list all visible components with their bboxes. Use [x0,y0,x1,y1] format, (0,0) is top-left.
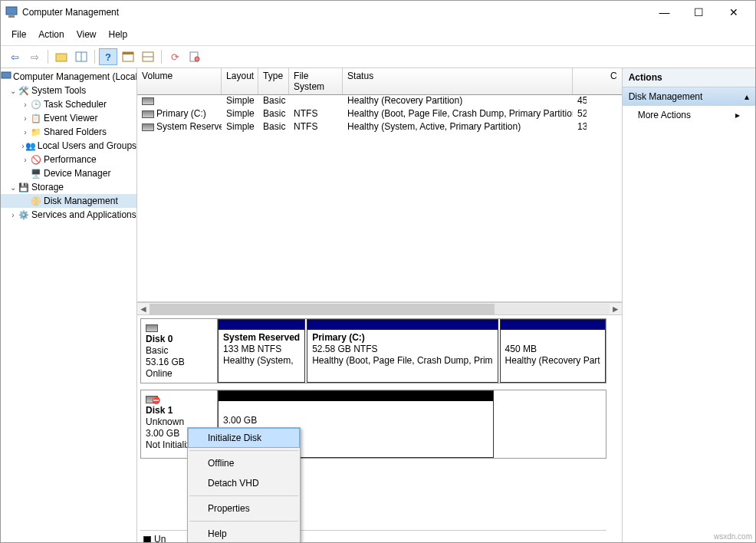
tree-root[interactable]: Computer Management (Local [1,70,136,84]
app-icon [5,6,18,18]
menu-action[interactable]: Action [34,27,68,42]
svg-rect-11 [2,72,11,78]
tree-services-apps[interactable]: ›⚙️Services and Applications [1,208,136,222]
tree-performance[interactable]: ›🚫Performance [1,153,136,166]
view-columns-button[interactable] [119,48,137,65]
actions-more-actions[interactable]: More Actions▸ [623,106,755,124]
ctx-offline[interactable]: Offline [188,453,300,473]
volume-row[interactable]: Primary (C:)SimpleBasicNTFSHealthy (Boot… [137,108,622,121]
col-capacity[interactable]: C [573,68,622,94]
maximize-button[interactable]: ☐ [682,2,716,23]
disk-icon [146,324,158,332]
horizontal-scrollbar[interactable]: ◄ ► [137,302,622,315]
disk-row-0[interactable]: Disk 0 Basic 53.16 GB Online System Rese… [140,318,606,383]
volume-table-header: Volume Layout Type File System Status C [137,68,622,95]
legend-unallocated: Un [154,534,166,543]
menu-bar: File Action View Help [1,24,755,46]
tree-shared-folders[interactable]: ›📁Shared Folders [1,125,136,139]
svg-rect-6 [123,52,133,54]
tree-event-viewer[interactable]: ›📋Event Viewer [1,111,136,125]
menu-file[interactable]: File [7,27,31,42]
ctx-properties[interactable]: Properties [188,499,300,518]
actions-pane: Actions Disk Management▴ More Actions▸ [623,68,755,543]
ctx-help[interactable]: Help [188,524,300,543]
window-title: Computer Management [22,7,647,18]
back-button[interactable]: ⇦ [5,48,24,65]
close-button[interactable]: ✕ [716,2,751,23]
volume-table: SimpleBasicHealthy (Recovery Partition)4… [137,95,622,302]
context-menu: Initialize Disk Offline Detach VHD Prope… [187,427,301,543]
ctx-initialize-disk[interactable]: Initialize Disk [188,428,300,448]
tree-system-tools[interactable]: ⌄🛠️System Tools [1,84,136,97]
chevron-right-icon: ▸ [735,110,740,120]
tree-disk-management[interactable]: 📀Disk Management [1,194,136,208]
svg-rect-1 [8,15,15,18]
forward-button[interactable]: ⇨ [25,48,44,65]
col-filesystem[interactable]: File System [289,68,343,94]
menu-help[interactable]: Help [104,27,133,42]
ctx-detach-vhd[interactable]: Detach VHD [188,473,300,493]
scroll-right-icon[interactable]: ► [611,304,620,314]
show-hide-button[interactable] [72,48,90,65]
toolbar: ⇦ ⇨ ? ⟳ [1,46,755,68]
tree-local-users[interactable]: ›👥Local Users and Groups [1,139,136,153]
actions-header: Actions [623,68,755,87]
minimize-button[interactable]: — [647,2,682,23]
col-status[interactable]: Status [343,68,573,94]
volume-row[interactable]: SimpleBasicHealthy (Recovery Partition)4… [137,95,622,108]
collapse-icon: ▴ [744,91,749,102]
menu-view[interactable]: View [72,27,101,42]
svg-rect-2 [56,54,67,61]
partition-recovery[interactable]: 450 MBHealthy (Recovery Part [500,319,606,383]
watermark: wsxdn.com [714,532,752,541]
partition-system-reserved[interactable]: System Reserved133 MB NTFSHealthy (Syste… [218,319,305,383]
refresh-button[interactable]: ⟳ [166,48,184,65]
folder-button[interactable] [52,48,71,65]
tree-storage[interactable]: ⌄💾Storage [1,180,136,194]
view-list-button[interactable] [139,48,157,65]
tree-task-scheduler[interactable]: ›🕒Task Scheduler [1,97,136,111]
col-type[interactable]: Type [258,68,289,94]
title-bar: Computer Management — ☐ ✕ [1,1,755,24]
volume-row[interactable]: System ReservedSimpleBasicNTFSHealthy (S… [137,121,622,134]
col-volume[interactable]: Volume [137,68,222,94]
scroll-left-icon[interactable]: ◄ [139,304,148,314]
tree-device-manager[interactable]: 🖥️Device Manager [1,166,136,180]
navigation-tree: Computer Management (Local ⌄🛠️System Too… [1,68,137,543]
help-button[interactable]: ? [99,48,117,65]
disk-error-icon [146,396,158,403]
actions-section-disk-management[interactable]: Disk Management▴ [623,87,755,106]
properties-button[interactable] [186,48,204,65]
col-layout[interactable]: Layout [222,68,258,94]
svg-point-10 [195,57,199,61]
svg-rect-0 [6,7,17,15]
partition-primary-c[interactable]: Primary (C:)52.58 GB NTFSHealthy (Boot, … [307,319,498,383]
disk-0-info: Disk 0 Basic 53.16 GB Online [141,319,218,383]
